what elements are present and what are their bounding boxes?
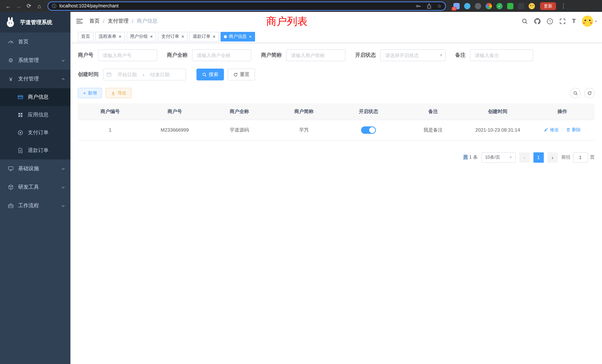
pagination-total: 共 1 条: [463, 154, 478, 161]
site-info-icon[interactable]: ⓘ: [52, 3, 56, 9]
edit-link-label: 修改: [550, 127, 559, 133]
sidebar-item-infrastructure[interactable]: 基础设施: [0, 159, 70, 178]
export-button[interactable]: 导出: [106, 88, 132, 98]
sidebar-item-pay-order[interactable]: 支付订单: [0, 124, 70, 142]
tab-process-form[interactable]: 流程表单 ×: [95, 32, 125, 41]
browser-menu-icon[interactable]: ⋮: [559, 1, 568, 10]
github-icon[interactable]: [534, 18, 540, 24]
sidebar-item-dev-tools[interactable]: 研发工具: [0, 178, 70, 196]
status-select[interactable]: ▾: [380, 49, 446, 61]
sidebar-item-system[interactable]: ⚙ 系统管理: [0, 51, 70, 70]
extension-gray-icon[interactable]: [475, 3, 481, 9]
extension-color-icon[interactable]: [486, 3, 492, 9]
extension-note-icon[interactable]: [507, 3, 513, 9]
date-start-input[interactable]: [113, 72, 141, 77]
user-menu[interactable]: ▾: [582, 16, 597, 27]
reset-button[interactable]: 重置: [228, 69, 255, 80]
fullscreen-icon[interactable]: [559, 18, 566, 24]
caret-down-icon: ▾: [440, 53, 442, 58]
sidebar-item-home[interactable]: 首页: [0, 33, 70, 51]
chevron-down-icon: [61, 167, 65, 171]
prev-page-button[interactable]: ‹: [519, 152, 529, 162]
tab-refund-order[interactable]: 退款订单 ×: [189, 32, 219, 41]
refresh-table-button[interactable]: [584, 88, 595, 98]
delete-link[interactable]: 删除: [566, 127, 581, 133]
extension-check-icon[interactable]: ✓: [496, 3, 503, 9]
hamburger-icon[interactable]: [76, 17, 83, 25]
search-icon[interactable]: [522, 18, 528, 24]
calendar-icon: [106, 72, 112, 77]
tab-label: 首页: [81, 33, 90, 40]
tab-user-group[interactable]: 用户分组 ×: [127, 32, 156, 41]
cell-create-time: 2021-10-23 08:31:14: [465, 120, 530, 140]
close-icon[interactable]: ×: [213, 34, 215, 39]
navbar-actions: ? T ▾: [522, 16, 597, 27]
pagination: 共 1 条 10条/页 ▾ ‹ 1 › 前往 页: [78, 152, 595, 162]
toggle-search-button[interactable]: [570, 88, 580, 98]
password-key-icon[interactable]: [416, 3, 421, 9]
close-icon[interactable]: ×: [249, 34, 252, 39]
browser-home-button[interactable]: ⌂: [35, 1, 44, 10]
full-name-input[interactable]: [192, 49, 251, 61]
close-icon[interactable]: ×: [181, 34, 184, 39]
tab-merchant-info[interactable]: 商户信息 ×: [221, 32, 255, 41]
goto-page-input[interactable]: [573, 152, 588, 162]
browser-reload-button[interactable]: ⟳: [24, 1, 33, 10]
merchant-no-input[interactable]: [98, 49, 157, 61]
extension-drop-icon[interactable]: [464, 3, 470, 9]
screen: ← → ⟳ ⌂ ⓘ localhost:1024/pay/merchant ☆ …: [0, 0, 602, 364]
tab-pay-order[interactable]: 支付订单 ×: [158, 32, 187, 41]
cell-remark: 我是备注: [401, 120, 466, 140]
app-logo[interactable]: 芋道管理系统: [0, 12, 70, 33]
status-toggle[interactable]: [361, 126, 376, 134]
sidebar-item-workflow[interactable]: 工作流程: [0, 196, 70, 215]
sidebar-item-refund-order[interactable]: 退款订单: [0, 142, 70, 159]
filter-row-2: 创建时间 - 搜索 重置: [78, 69, 595, 80]
extension-dark-icon[interactable]: [518, 3, 524, 9]
page-1-button[interactable]: 1: [533, 152, 544, 162]
browser-update-button[interactable]: 更新: [540, 2, 556, 10]
page-size-select[interactable]: 10条/页 ▾: [481, 152, 516, 162]
sidebar-item-payment[interactable]: ¥ 支付管理: [0, 70, 70, 88]
address-bar[interactable]: ⓘ localhost:1024/pay/merchant ☆: [47, 1, 446, 11]
top-navbar: 首页 / 支付管理 / 商户信息 商户列表 ?: [70, 12, 602, 30]
monitor-icon: [7, 165, 14, 172]
delete-link-label: 删除: [572, 127, 581, 133]
goto-label: 前往: [561, 154, 571, 161]
font-size-icon[interactable]: T: [572, 18, 576, 24]
share-icon[interactable]: [427, 3, 432, 9]
date-range-picker[interactable]: -: [103, 69, 186, 80]
sidebar-item-label: 研发工具: [18, 184, 39, 191]
breadcrumb-payment[interactable]: 支付管理: [108, 18, 129, 24]
short-name-input[interactable]: [286, 49, 345, 61]
tab-label: 商户信息: [229, 33, 247, 40]
active-dot: [224, 35, 227, 38]
bookmark-star-icon[interactable]: ☆: [437, 3, 441, 9]
grid-icon: [17, 112, 24, 118]
next-page-button[interactable]: ›: [547, 152, 558, 162]
close-icon[interactable]: ×: [150, 34, 153, 39]
date-end-input[interactable]: [146, 72, 174, 77]
avatar[interactable]: [582, 16, 593, 27]
help-icon[interactable]: ?: [547, 18, 553, 24]
table-row: 1 M233666999 芋道源码 芋艿 我是备注 2021-10-23 08:…: [78, 120, 595, 140]
add-button[interactable]: + 新增: [78, 88, 102, 98]
sidebar-item-label: 系统管理: [18, 57, 39, 64]
tab-home[interactable]: 首页: [78, 32, 93, 41]
target-icon: [17, 129, 24, 136]
breadcrumb-home[interactable]: 首页: [89, 18, 100, 24]
extension-puzzle-icon[interactable]: 10: [453, 3, 460, 9]
status-select-input[interactable]: [380, 49, 446, 61]
col-actions: 操作: [530, 103, 595, 120]
browser-forward-button[interactable]: →: [14, 1, 23, 10]
remark-input[interactable]: [470, 49, 533, 61]
sidebar-item-label: 应用信息: [28, 112, 49, 118]
edit-link[interactable]: 修改: [544, 127, 559, 133]
close-icon[interactable]: ×: [119, 34, 121, 39]
extension-face-icon[interactable]: [529, 3, 535, 9]
search-button[interactable]: 搜索: [196, 69, 224, 80]
sidebar-item-merchant-info[interactable]: 商户信息: [0, 88, 70, 106]
sidebar-item-app-info[interactable]: 应用信息: [0, 106, 70, 124]
browser-back-button[interactable]: ←: [4, 1, 13, 10]
col-merchant-index: 商户编号: [78, 103, 142, 120]
